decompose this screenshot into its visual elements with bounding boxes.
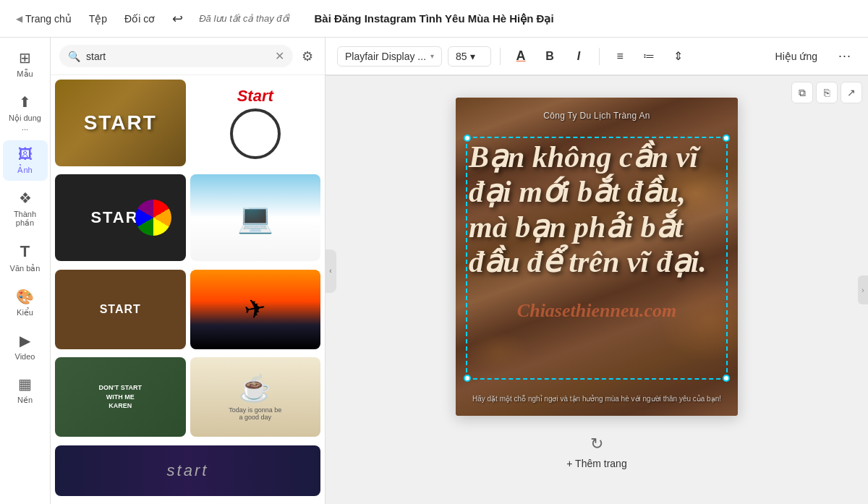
format-toolbar-row: Playfair Display ... ▾ 85 ▾ A B (326, 38, 868, 76)
list-item[interactable]: DON'T STARTWITH MEKAREN (55, 357, 186, 437)
color-wheel-icon (135, 200, 171, 236)
font-selector[interactable]: Playfair Display ... ▾ (337, 46, 442, 67)
separator (599, 48, 600, 65)
effect-button[interactable]: Hiệu ứng (765, 46, 827, 67)
topbar: ◀ Trang chủ Tệp Đối cơ ↩ Đã lưu tất cả t… (0, 0, 868, 38)
undo-button[interactable]: ↩ (165, 7, 190, 31)
list-icon: ≔ (643, 49, 655, 63)
list-item[interactable]: 💻 (190, 174, 321, 261)
right-panel: Playfair Display ... ▾ 85 ▾ A B (326, 38, 868, 504)
search-icon: 🔍 (68, 51, 80, 62)
collapse-panel-button[interactable]: ‹ (325, 249, 336, 293)
home-button[interactable]: ◀ Trang chủ (9, 9, 79, 29)
list-button[interactable]: ≔ (637, 45, 660, 68)
search-input-wrap: 🔍 ✕ (59, 45, 293, 67)
copy-icon: ⎘ (824, 87, 830, 98)
chevron-down-icon: ▾ (430, 52, 434, 60)
duplicate-button[interactable]: ⧉ (791, 82, 813, 103)
canvas-card[interactable]: Công Ty Du Lịch Tràng An Bạn không cần v… (456, 98, 738, 416)
font-size-selector[interactable]: 85 ▾ (448, 46, 491, 67)
background-icon: ▦ (18, 375, 32, 393)
sidebar: ⊞ Mẫu ⬆ Nội dung ... 🖼 Ảnh ❖ Thành phần … (0, 38, 51, 504)
chevron-right-icon: › (861, 286, 864, 294)
image-label: START (100, 303, 141, 316)
sidebar-item-nen[interactable]: ▦ Nền (3, 370, 48, 411)
sidebar-item-noidung[interactable]: ⬆ Nội dung ... (3, 87, 48, 137)
sidebar-label-kieu: Kiểu (17, 308, 33, 317)
copy-button[interactable]: ⎘ (816, 82, 838, 103)
format-label: Đối cơ (124, 13, 155, 25)
list-item[interactable]: START (55, 174, 186, 261)
image-label: START (84, 111, 157, 134)
clock-icon (230, 108, 281, 159)
image-label: 💻 (237, 201, 273, 235)
subtitle-text: Hãy dặt một chỗ nghỉ ngơi và tận hưởng m… (469, 394, 725, 404)
sidebar-item-video[interactable]: ▶ Video (3, 326, 48, 367)
sidebar-item-thanhphan[interactable]: ❖ Thành phần (3, 184, 48, 234)
canvas-area: ⧉ ⎘ ↗ Công Ty Du Lịch Tràng An (326, 76, 868, 504)
add-page-icon: ↻ (590, 435, 603, 453)
duplicate-icon: ⧉ (799, 87, 806, 99)
separator (500, 48, 501, 65)
bold-button[interactable]: B (538, 45, 561, 68)
list-item[interactable]: ✈ (190, 270, 321, 349)
add-page-button[interactable]: + Thêm trang (566, 458, 626, 469)
quote-text[interactable]: Bạn không cần vĩ đại mới bắt đầu, mà bạn… (469, 140, 725, 279)
list-item[interactable]: Start (190, 80, 321, 166)
clear-icon[interactable]: ✕ (275, 49, 284, 63)
sidebar-item-kieu[interactable]: 🎨 Kiểu (3, 282, 48, 323)
line-spacing-icon: ⇕ (673, 49, 683, 63)
list-item[interactable]: START (55, 270, 186, 349)
file-button[interactable]: Tệp (82, 9, 114, 29)
scroll-handle[interactable]: › (858, 276, 868, 304)
topbar-left: ◀ Trang chủ Tệp Đối cơ ↩ Đã lưu tất cả t… (9, 7, 311, 31)
list-item[interactable]: START (55, 80, 186, 166)
sidebar-label-noidung: Nội dung ... (7, 114, 43, 132)
bold-icon: B (545, 50, 554, 63)
style-icon: 🎨 (16, 288, 34, 305)
element-icon: ❖ (19, 189, 32, 207)
share-button[interactable]: ↗ (841, 82, 862, 103)
image-label: DON'T STARTWITH MEKAREN (99, 383, 142, 411)
search-input[interactable] (86, 51, 269, 62)
sidebar-label-vanban: Văn bản (10, 264, 41, 273)
effect-label: Hiệu ứng (775, 51, 817, 62)
text-icon: T (20, 242, 30, 261)
image-label: Today is gonna bea good day (229, 406, 281, 421)
file-label: Tệp (89, 13, 107, 25)
canvas-actions: ⧉ ⎘ ↗ (791, 82, 862, 103)
font-name-label: Playfair Display ... (345, 51, 426, 62)
canvas-scroll[interactable]: ⧉ ⎘ ↗ Công Ty Du Lịch Tràng An (326, 76, 868, 504)
document-title: Bài Đăng Instagram Tình Yêu Mùa Hè Hiện … (314, 12, 553, 25)
template-icon: ⊞ (19, 49, 31, 67)
sidebar-label-nen: Nền (17, 396, 33, 405)
undo-icon: ↩ (172, 11, 183, 27)
image-grid: START Start START 💻 START ✈ (51, 75, 325, 504)
format-button[interactable]: Đối cơ (117, 9, 162, 29)
content-panel: 🔍 ✕ ⚙ START Start START (51, 38, 326, 504)
align-center-button[interactable]: ≡ (608, 45, 631, 68)
company-name-text: Công Ty Du Lịch Tràng An (543, 111, 650, 121)
align-center-icon: ≡ (616, 50, 623, 63)
sidebar-item-mau[interactable]: ⊞ Mẫu (3, 43, 48, 85)
image-label: start (167, 461, 209, 480)
font-size-value: 85 (456, 51, 467, 62)
home-label: Trang chủ (25, 13, 72, 25)
sidebar-item-vanban[interactable]: T Văn bản (3, 236, 48, 279)
chevron-down-icon: ▾ (470, 51, 475, 62)
sidebar-item-anh[interactable]: 🖼 Ảnh (3, 140, 48, 181)
list-item[interactable]: start (55, 445, 320, 496)
upload-icon: ⬆ (19, 93, 31, 111)
sidebar-label-anh: Ảnh (17, 166, 32, 175)
filter-button[interactable]: ⚙ (299, 46, 316, 67)
format-toolbar: Playfair Display ... ▾ 85 ▾ A B (326, 38, 868, 75)
main-layout: ⊞ Mẫu ⬆ Nội dung ... 🖼 Ảnh ❖ Thành phần … (0, 38, 868, 504)
text-color-button[interactable]: A (509, 45, 532, 68)
saved-status: Đã lưu tất cả thay đổi (199, 13, 289, 24)
italic-button[interactable]: I (567, 45, 590, 68)
list-item[interactable]: ☕ Today is gonna bea good day (190, 357, 321, 437)
image-label: Start (237, 87, 273, 106)
italic-icon: I (577, 50, 580, 63)
more-options-button[interactable]: ··· (833, 45, 856, 68)
line-spacing-button[interactable]: ⇕ (666, 45, 689, 68)
